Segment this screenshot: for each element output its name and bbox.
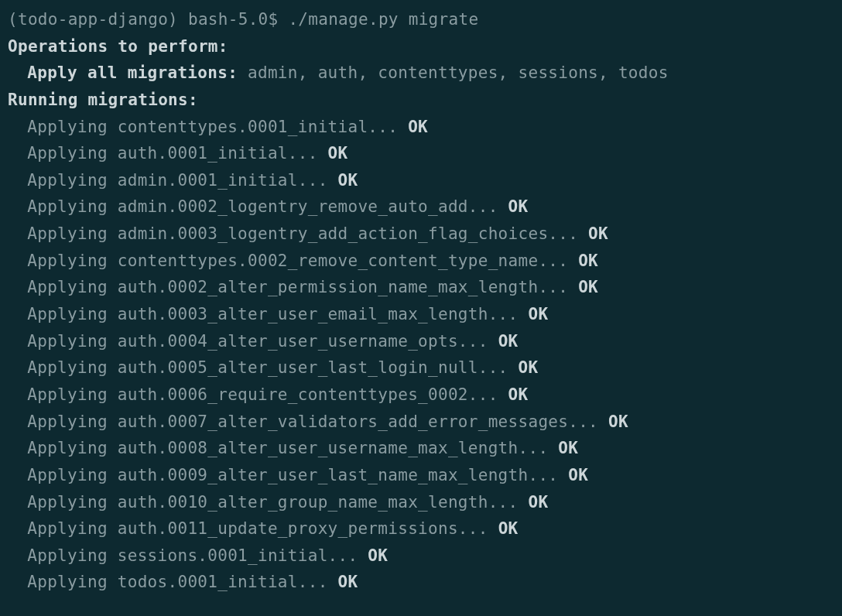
migration-name: contenttypes.0001_initial... — [118, 118, 408, 136]
applying-word: Applying — [27, 171, 118, 190]
migration-name: auth.0007_alter_validators_add_error_mes… — [118, 412, 608, 431]
migration-name: auth.0003_alter_user_email_max_length... — [118, 305, 529, 323]
migration-name: sessions.0001_initial... — [118, 546, 368, 565]
terminal-output: (todo-app-django) bash-5.0$ ./manage.py … — [8, 6, 834, 596]
applying-word: Applying — [27, 358, 118, 377]
applying-word: Applying — [27, 385, 118, 404]
ok-status: OK — [568, 466, 588, 484]
migration-name: todos.0001_initial... — [118, 573, 338, 591]
apply-all-line: Apply all migrations: admin, auth, conte… — [8, 60, 834, 87]
applying-word: Applying — [27, 118, 118, 136]
migration-name: admin.0003_logentry_add_action_flag_choi… — [118, 224, 588, 243]
shell-command: ./manage.py migrate — [288, 10, 478, 29]
shell-prompt-prefix: (todo-app-django) bash-5.0$ — [8, 10, 288, 29]
ok-status: OK — [528, 305, 548, 323]
ok-status: OK — [338, 171, 358, 190]
migration-name: auth.0004_alter_user_username_opts... — [118, 332, 498, 351]
migration-line: Applying contenttypes.0002_remove_conten… — [8, 248, 834, 275]
migration-line: Applying todos.0001_initial... OK — [8, 569, 834, 596]
migration-name: contenttypes.0002_remove_content_type_na… — [118, 252, 578, 270]
migration-line: Applying admin.0002_logentry_remove_auto… — [8, 193, 834, 221]
ok-status: OK — [528, 493, 548, 512]
ok-status: OK — [338, 573, 358, 591]
migration-line: Applying auth.0008_alter_user_username_m… — [8, 435, 834, 462]
migration-line: Applying auth.0009_alter_user_last_name_… — [8, 462, 834, 489]
applying-word: Applying — [27, 224, 118, 243]
migration-name: auth.0010_alter_group_name_max_length... — [118, 493, 529, 512]
migration-line: Applying admin.0003_logentry_add_action_… — [8, 221, 834, 248]
applying-word: Applying — [27, 546, 118, 565]
applying-word: Applying — [27, 197, 118, 216]
ok-status: OK — [408, 118, 428, 136]
applying-word: Applying — [27, 278, 118, 296]
migration-name: auth.0002_alter_permission_name_max_leng… — [118, 278, 578, 296]
ok-status: OK — [328, 144, 348, 163]
applying-word: Applying — [27, 332, 118, 351]
migration-line: Applying auth.0002_alter_permission_name… — [8, 274, 834, 301]
migration-line: Applying auth.0011_update_proxy_permissi… — [8, 515, 834, 542]
applying-word: Applying — [27, 144, 118, 163]
migration-line: Applying sessions.0001_initial... OK — [8, 542, 834, 570]
applying-word: Applying — [27, 519, 118, 538]
ok-status: OK — [558, 439, 578, 457]
migration-name: admin.0001_initial... — [118, 171, 338, 190]
applying-word: Applying — [27, 412, 118, 431]
migration-name: admin.0002_logentry_remove_auto_add... — [118, 197, 508, 216]
migration-line: Applying auth.0004_alter_user_username_o… — [8, 328, 834, 355]
migration-line: Applying admin.0001_initial... OK — [8, 167, 834, 194]
migration-name: auth.0005_alter_user_last_login_null... — [118, 358, 519, 377]
apply-all-label: Apply all migrations: — [27, 63, 248, 82]
applying-word: Applying — [27, 439, 118, 457]
migration-line: Applying auth.0007_alter_validators_add_… — [8, 409, 834, 436]
migration-line: Applying auth.0001_initial... OK — [8, 140, 834, 167]
applying-word: Applying — [27, 573, 118, 591]
ok-status: OK — [508, 385, 529, 404]
migration-lines: Applying contenttypes.0001_initial... OK… — [8, 114, 834, 597]
ok-status: OK — [588, 224, 608, 243]
migration-line: Applying auth.0003_alter_user_email_max_… — [8, 301, 834, 328]
ok-status: OK — [498, 332, 519, 351]
running-migrations-header: Running migrations: — [8, 87, 834, 114]
applying-word: Applying — [27, 466, 118, 484]
migration-name: auth.0008_alter_user_username_max_length… — [118, 439, 559, 457]
migration-name: auth.0009_alter_user_last_name_max_lengt… — [118, 466, 568, 484]
ok-status: OK — [578, 252, 598, 270]
migration-name: auth.0011_update_proxy_permissions... — [118, 519, 498, 538]
applying-word: Applying — [27, 305, 118, 323]
migration-line: Applying auth.0010_alter_group_name_max_… — [8, 489, 834, 516]
migration-line: Applying auth.0005_alter_user_last_login… — [8, 354, 834, 382]
apply-all-targets: admin, auth, contenttypes, sessions, tod… — [248, 63, 669, 82]
migration-line: Applying contenttypes.0001_initial... OK — [8, 114, 834, 141]
migration-name: auth.0001_initial... — [118, 144, 328, 163]
applying-word: Applying — [27, 493, 118, 512]
applying-word: Applying — [27, 252, 118, 270]
ok-status: OK — [519, 358, 539, 377]
ok-status: OK — [498, 519, 519, 538]
shell-prompt-line: (todo-app-django) bash-5.0$ ./manage.py … — [8, 6, 834, 33]
operations-header: Operations to perform: — [8, 33, 834, 60]
ok-status: OK — [608, 412, 628, 431]
migration-line: Applying auth.0006_require_contenttypes_… — [8, 382, 834, 409]
ok-status: OK — [368, 546, 388, 565]
ok-status: OK — [578, 278, 598, 296]
migration-name: auth.0006_require_contenttypes_0002... — [118, 385, 508, 404]
ok-status: OK — [508, 197, 529, 216]
